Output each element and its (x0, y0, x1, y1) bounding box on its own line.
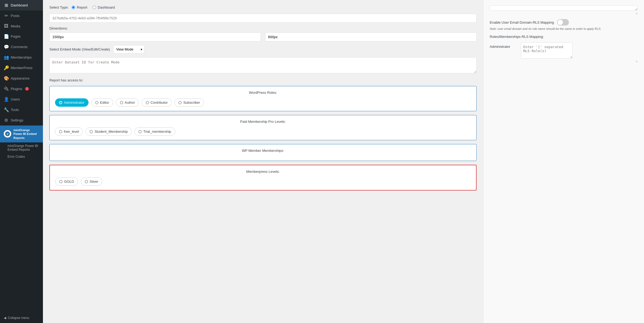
rls-administrator-input-wrapper: ↘ (521, 42, 638, 63)
sidebar-item-users[interactable]: 👤 Users (0, 94, 43, 105)
embed-mode-wrapper: View Mode Edit Mode Create Mode (113, 45, 144, 53)
trial-membership-dot (138, 130, 142, 133)
role-chip-contributor[interactable]: Contributor (142, 98, 172, 107)
role-chip-subscriber[interactable]: Subscriber (174, 98, 204, 107)
main-content: Select Type: Report Dashboard Dimentions… (43, 0, 644, 323)
report-radio[interactable] (72, 6, 75, 9)
role-chip-administrator[interactable]: Administrator (55, 98, 89, 107)
comments-icon: 💬 (4, 44, 9, 49)
student-membership-dot (90, 130, 93, 133)
rls-toggle-label: Enable User Email Domain-RLS Mapping (490, 20, 554, 24)
wordpress-roles-title: WordPress Roles: (55, 91, 471, 95)
sidebar-item-settings[interactable]: ⚙ Settings (0, 115, 43, 125)
gold-dot (59, 180, 63, 183)
select-type-row: Select Type: Report Dashboard (49, 5, 477, 9)
top-textarea-area: ↘ (490, 5, 638, 15)
wordpress-roles-section: WordPress Roles: Administrator Editor Au… (49, 86, 477, 111)
sidebar-item-memberpress[interactable]: 🔑 MemberPress (0, 63, 43, 73)
appearance-icon: 🎨 (4, 76, 9, 81)
dashboard-icon: ⊞ (4, 3, 9, 8)
membership-chip-student[interactable]: Student_Membership (86, 127, 132, 136)
sidebar: ⊞ Dashboard ✏ Posts 🖼 Media 📄 Pages 💬 Co… (0, 0, 43, 323)
dataset-id-textarea[interactable] (49, 57, 477, 73)
pages-icon: 📄 (4, 34, 9, 39)
select-type-label: Select Type: (49, 5, 68, 9)
embed-id-input[interactable] (49, 14, 477, 23)
sidebar-item-memberships[interactable]: 👥 Memberships (0, 52, 43, 63)
rls-toggle-row: Enable User Email Domain-RLS Mapping (490, 19, 638, 26)
dimensions-row (49, 33, 477, 41)
free-level-dot (59, 130, 62, 133)
subscriber-radio-dot (178, 101, 182, 104)
rls-note: Note: user email domain and rls role nam… (490, 27, 638, 30)
memberpress-title: Memberpress Levels: (55, 170, 471, 174)
sidebar-item-media[interactable]: 🖼 Media (0, 21, 43, 31)
top-textarea-resize: ↘ (490, 12, 638, 15)
author-radio-dot (120, 101, 123, 104)
sidebar-item-appearance[interactable]: 🎨 Appearance (0, 73, 43, 84)
height-input[interactable] (265, 33, 477, 41)
memberpress-chip-silver[interactable]: Silver (81, 177, 103, 186)
sidebar-item-posts[interactable]: ✏ Posts (0, 10, 43, 21)
sidebar-item-dashboard[interactable]: ⊞ Dashboard (0, 0, 43, 10)
contributor-radio-dot (146, 101, 149, 104)
top-textarea[interactable] (490, 5, 638, 11)
rls-administrator-label: Administrator (490, 42, 517, 49)
sidebar-item-plugins[interactable]: 🔌 Plugins 2 (0, 84, 43, 94)
access-section-title: Report has access to: (49, 78, 477, 82)
rls-administrator-input[interactable] (521, 42, 573, 59)
rls-input-resize: ↘ (521, 60, 638, 63)
right-panel: ↘ Enable User Email Domain-RLS Mapping N… (483, 0, 644, 323)
wordpress-roles-list: Administrator Editor Author Contributor … (55, 98, 471, 107)
posts-icon: ✏ (4, 13, 9, 18)
role-chip-editor[interactable]: Editor (91, 98, 113, 107)
sidebar-item-pages[interactable]: 📄 Pages (0, 31, 43, 42)
rls-mapping-title: Roles/Memberships-RLS Mapping: (490, 35, 638, 39)
rls-administrator-row: Administrator ↘ (490, 42, 638, 63)
silver-dot (85, 180, 88, 183)
paid-membership-list: free_level Student_Membership Trial_memb… (55, 127, 471, 136)
left-panel: Select Type: Report Dashboard Dimentions… (43, 0, 483, 323)
memberpress-icon: 🔑 (4, 65, 9, 70)
wp-member-section: WP Member Memberships: (49, 144, 477, 161)
plugin-logo: ⚡ (4, 130, 11, 138)
embed-mode-select[interactable]: View Mode Edit Mode Create Mode (113, 45, 144, 53)
settings-icon: ⚙ (4, 118, 9, 123)
media-icon: 🖼 (4, 24, 9, 28)
width-input[interactable] (49, 33, 261, 41)
rls-toggle-switch[interactable] (557, 19, 569, 26)
sidebar-plugin-active[interactable]: ⚡ miniOrange Power BI Embed Reports (0, 125, 43, 142)
embed-mode-label: Select Embed Mode (View/Edit/Create) (49, 47, 110, 51)
paid-membership-title: Paid Membership Pro Levels: (55, 120, 471, 124)
plugins-badge: 2 (25, 87, 29, 91)
select-type-radio-group: Report Dashboard (72, 5, 115, 9)
sidebar-sub-error-codes[interactable]: Error Codes (0, 153, 43, 160)
administrator-radio-dot (59, 101, 62, 104)
role-chip-author[interactable]: Author (116, 98, 139, 107)
sidebar-item-tools[interactable]: 🔧 Tools (0, 105, 43, 115)
memberships-icon: 👥 (4, 55, 9, 60)
paid-membership-section: Paid Membership Pro Levels: free_level S… (49, 115, 477, 140)
embed-mode-row: Select Embed Mode (View/Edit/Create) Vie… (49, 45, 477, 53)
membership-chip-trial[interactable]: Trial_membership (134, 127, 175, 136)
tools-icon: 🔧 (4, 107, 9, 112)
dashboard-radio-option[interactable]: Dashboard (93, 5, 115, 9)
wp-member-title: WP Member Memberships: (55, 149, 471, 153)
plugins-icon: 🔌 (4, 86, 9, 91)
memberpress-chip-gold[interactable]: GOLD (55, 177, 78, 186)
editor-radio-dot (95, 101, 98, 104)
users-icon: 👤 (4, 97, 9, 102)
membership-chip-free-level[interactable]: free_level (55, 127, 83, 136)
memberpress-levels-list: GOLD Silver (55, 177, 471, 186)
collapse-menu-button[interactable]: ◀ Collapse menu (0, 313, 43, 323)
sidebar-item-comments[interactable]: 💬 Comments (0, 42, 43, 52)
memberpress-section: Memberpress Levels: GOLD Silver (49, 165, 477, 191)
collapse-icon: ◀ (4, 316, 6, 320)
dimensions-label: Dimentions: (49, 26, 477, 30)
dashboard-radio[interactable] (93, 6, 96, 9)
sidebar-sub-embed-reports[interactable]: miniOrange Power BI Embed Reports (0, 142, 43, 153)
report-radio-option[interactable]: Report (72, 5, 87, 9)
